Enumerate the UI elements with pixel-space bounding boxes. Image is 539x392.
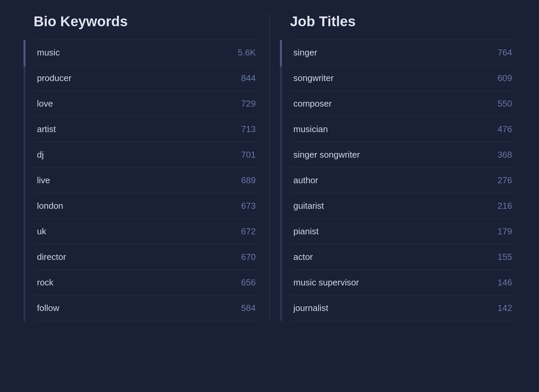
- list-item: guitarist216: [290, 193, 515, 219]
- keyword-label: london: [37, 201, 63, 211]
- list-item: live689: [34, 168, 259, 193]
- bio-keywords-title: Bio Keywords: [24, 13, 259, 30]
- list-item: rock656: [34, 270, 259, 296]
- keyword-label: follow: [37, 303, 59, 313]
- list-item: singer764: [290, 40, 515, 66]
- job-title-label: author: [293, 175, 318, 186]
- job-title-count: 276: [498, 175, 512, 186]
- keyword-count: 713: [241, 124, 256, 134]
- job-title-label: music supervisor: [293, 277, 359, 288]
- keyword-label: director: [37, 252, 66, 262]
- job-title-count: 179: [498, 226, 512, 237]
- list-item: pianist179: [290, 219, 515, 244]
- job-title-count: 155: [498, 252, 512, 262]
- job-titles-list: singer764songwriter609composer550musicia…: [290, 40, 515, 321]
- job-titles-panel: Job Titles singer764songwriter609compose…: [273, 13, 522, 321]
- job-title-count: 609: [498, 73, 512, 83]
- keyword-count: 584: [241, 303, 256, 313]
- list-item: composer550: [290, 91, 515, 117]
- list-item: songwriter609: [290, 66, 515, 91]
- job-titles-title: Job Titles: [280, 13, 515, 30]
- keyword-label: producer: [37, 73, 72, 83]
- list-item: follow584: [34, 296, 259, 321]
- job-title-label: guitarist: [293, 201, 324, 211]
- keyword-count: 656: [241, 277, 256, 288]
- bio-keywords-list: music5.6Kproducer844love729artist713dj70…: [34, 40, 259, 321]
- list-item: producer844: [34, 66, 259, 91]
- job-title-label: singer: [293, 47, 317, 58]
- job-title-label: composer: [293, 99, 332, 109]
- list-item: uk672: [34, 219, 259, 244]
- bio-keywords-scrollbar-track[interactable]: [24, 40, 26, 321]
- keyword-label: artist: [37, 124, 56, 134]
- keyword-label: love: [37, 99, 53, 109]
- list-item: author276: [290, 168, 515, 193]
- keyword-label: live: [37, 175, 50, 186]
- keyword-label: uk: [37, 226, 46, 237]
- main-container: Bio Keywords music5.6Kproducer844love729…: [17, 13, 522, 321]
- bio-keywords-scrollbar-thumb[interactable]: [24, 40, 26, 67]
- keyword-count: 673: [241, 201, 256, 211]
- keyword-count: 844: [241, 73, 256, 83]
- bio-keywords-panel: Bio Keywords music5.6Kproducer844love729…: [17, 13, 266, 321]
- list-item: journalist142: [290, 296, 515, 321]
- keyword-label: music: [37, 47, 60, 58]
- job-titles-scrollbar-thumb[interactable]: [280, 40, 282, 67]
- list-item: actor155: [290, 244, 515, 270]
- panel-divider: [269, 13, 270, 321]
- list-item: music5.6K: [34, 40, 259, 66]
- keyword-count: 5.6K: [238, 47, 256, 58]
- keyword-count: 670: [241, 252, 256, 262]
- keyword-label: dj: [37, 150, 44, 160]
- job-titles-scrollbar-track[interactable]: [280, 40, 282, 321]
- list-item: artist713: [34, 117, 259, 142]
- job-title-count: 142: [498, 303, 512, 313]
- keyword-label: rock: [37, 277, 53, 288]
- keyword-count: 689: [241, 175, 256, 186]
- bio-keywords-list-container: music5.6Kproducer844love729artist713dj70…: [24, 40, 259, 321]
- job-title-count: 764: [498, 47, 512, 58]
- job-title-label: singer songwriter: [293, 150, 360, 160]
- job-title-label: songwriter: [293, 73, 334, 83]
- job-title-label: actor: [293, 252, 313, 262]
- job-title-count: 550: [498, 99, 512, 109]
- list-item: london673: [34, 193, 259, 219]
- job-title-label: journalist: [293, 303, 328, 313]
- keyword-count: 729: [241, 99, 256, 109]
- list-item: love729: [34, 91, 259, 117]
- list-item: music supervisor146: [290, 270, 515, 296]
- list-item: dj701: [34, 142, 259, 168]
- keyword-count: 672: [241, 226, 256, 237]
- job-titles-list-container: singer764songwriter609composer550musicia…: [280, 40, 515, 321]
- list-item: director670: [34, 244, 259, 270]
- list-item: singer songwriter368: [290, 142, 515, 168]
- job-title-count: 476: [498, 124, 512, 134]
- job-title-count: 216: [498, 201, 512, 211]
- job-title-label: pianist: [293, 226, 319, 237]
- job-title-label: musician: [293, 124, 328, 134]
- job-title-count: 368: [498, 150, 512, 160]
- keyword-count: 701: [241, 150, 256, 160]
- list-item: musician476: [290, 117, 515, 142]
- job-title-count: 146: [498, 277, 512, 288]
